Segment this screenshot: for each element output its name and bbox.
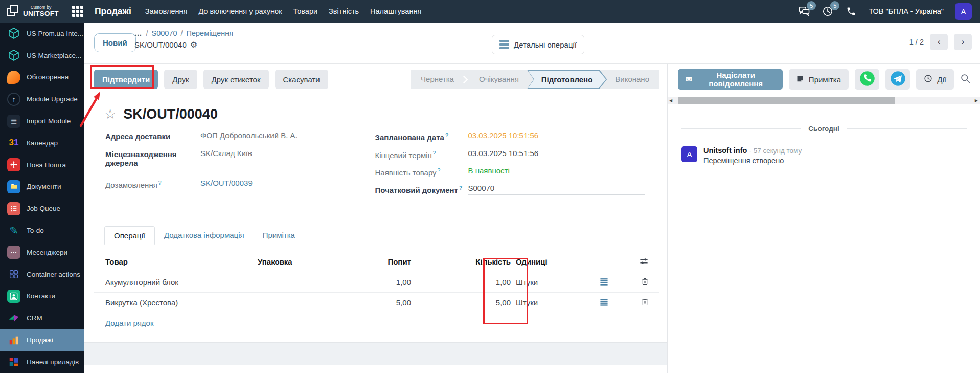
crm-icon xyxy=(7,312,20,325)
breadcrumb-link-order[interactable]: S00070 xyxy=(152,29,177,37)
cell-quantity[interactable]: 1,00 xyxy=(411,278,511,287)
whatsapp-button[interactable] xyxy=(855,69,879,90)
sidebar-item-label: Панелі приладів xyxy=(27,358,79,366)
field-delivery-address[interactable]: ФОП Добровольський В. А. xyxy=(200,131,349,142)
activities-icon[interactable]: 5 xyxy=(822,5,834,17)
add-row-link[interactable]: Додати рядок xyxy=(94,313,659,334)
form-toolbar: Підтвердити Друк Друк етикеток Скасувати… xyxy=(84,64,667,90)
nav-item-to-invoice[interactable]: До включення у рахунок xyxy=(198,7,282,15)
top-navbar: Custom by UNITSOFT Продажі Замовлення До… xyxy=(0,0,980,23)
sidebar-item-module-upgrade[interactable]: ↑ Module Upgrade xyxy=(0,88,84,110)
sidebar-item-discuss[interactable]: Обговорення xyxy=(0,67,84,89)
sidebar-item-documents[interactable]: Документи xyxy=(0,176,84,198)
new-button[interactable]: Новий xyxy=(94,33,136,52)
field-source-document[interactable]: S00070 xyxy=(468,184,645,195)
field-backorder-link[interactable]: SK/OUT/00039 xyxy=(200,179,349,189)
sidebar-item-container-actions[interactable]: Container actions xyxy=(0,264,84,286)
contacts-icon xyxy=(7,290,20,303)
sidebar-item-todo[interactable]: ✎ To-do xyxy=(0,220,84,242)
form-view: Підтвердити Друк Друк етикеток Скасувати… xyxy=(84,64,667,373)
sidebar-item-label: Документи xyxy=(27,183,61,190)
unitsoft-logo[interactable]: Custom by UNITSOFT xyxy=(7,5,59,18)
upgrade-icon: ↑ xyxy=(7,93,20,106)
cell-demand[interactable]: 5,00 xyxy=(345,298,411,307)
column-header-quantity: Кількість xyxy=(411,257,511,266)
status-step-waiting[interactable]: Очікування xyxy=(469,70,529,89)
messages-icon[interactable]: 5 xyxy=(798,5,810,17)
sidebar-item-label: Import Module xyxy=(27,117,71,125)
apps-menu-icon[interactable] xyxy=(72,6,83,17)
log-note-button[interactable]: Примітка xyxy=(789,69,849,90)
delete-row-icon[interactable] xyxy=(641,277,649,288)
print-button[interactable]: Друк xyxy=(164,70,197,89)
sidebar-item-us-promua[interactable]: US Prom.ua Inte... xyxy=(0,23,84,45)
logo-unitsoft: UNITSOFT xyxy=(23,10,59,17)
nav-item-orders[interactable]: Замовлення xyxy=(145,7,188,15)
confirm-button[interactable]: Підтвердити xyxy=(94,70,158,89)
field-label-source-location: Місцезнаходження джерела xyxy=(105,149,200,167)
field-label-source-document: Початковий документ? xyxy=(375,184,468,194)
cell-quantity[interactable]: 5,00 xyxy=(411,298,511,307)
sidebar-item-label: Container actions xyxy=(27,271,80,278)
field-scheduled-date[interactable]: 03.03.2025 10:51:56 xyxy=(468,131,645,142)
send-message-button[interactable]: ✉ Надіслати повідомлення xyxy=(678,69,783,90)
search-icon[interactable] xyxy=(960,73,971,86)
field-source-location[interactable]: SK/Склад Київ xyxy=(200,149,349,160)
breadcrumb-overflow[interactable]: … xyxy=(134,29,143,37)
scroll-right-icon[interactable]: ▶ xyxy=(975,97,978,104)
field-availability: В наявності xyxy=(468,166,645,177)
sidebar-item-dashboards[interactable]: Панелі приладів xyxy=(0,351,84,373)
sidebar-item-messengers[interactable]: ⋯ Месенджери xyxy=(0,242,84,264)
cell-product[interactable]: Акумуляторний блок xyxy=(94,278,258,287)
pager: 1 / 2 ‹ › xyxy=(909,34,972,50)
status-step-draft[interactable]: Чернетка xyxy=(411,70,464,89)
detailed-operations-button[interactable]: Детальні операції xyxy=(492,35,584,54)
horizontal-scrollbar[interactable]: ◀ ▶ xyxy=(668,97,980,104)
activities-actions-button[interactable]: Дії xyxy=(916,69,954,90)
favorite-star-icon[interactable]: ☆ xyxy=(104,107,116,121)
nav-item-products[interactable]: Товари xyxy=(293,7,318,15)
sidebar-item-crm[interactable]: CRM xyxy=(0,307,84,329)
detailed-operations-row-icon[interactable] xyxy=(600,278,608,287)
sidebar-item-job-queue[interactable]: Job Queue xyxy=(0,198,84,220)
chatter-toolbar: ✉ Надіслати повідомлення Примітка Дії xyxy=(668,64,980,90)
breadcrumb-link-transfer[interactable]: Переміщення xyxy=(187,29,234,37)
sidebar-item-import-module[interactable]: ≣ Import Module xyxy=(0,110,84,132)
app-sidebar: US Prom.ua Inte... US Marketplace... Обг… xyxy=(0,23,84,373)
nav-item-reporting[interactable]: Звітність xyxy=(329,7,359,15)
pager-prev-button[interactable]: ‹ xyxy=(930,34,948,50)
scroll-left-icon[interactable]: ◀ xyxy=(669,97,672,104)
tab-note[interactable]: Примітка xyxy=(254,226,304,245)
sidebar-item-contacts[interactable]: Контакти xyxy=(0,286,84,308)
nav-item-settings[interactable]: Налаштування xyxy=(370,7,421,15)
detailed-operations-row-icon[interactable] xyxy=(600,298,608,308)
status-step-done[interactable]: Виконано xyxy=(605,70,659,89)
sidebar-item-us-marketplace[interactable]: US Marketplace... xyxy=(0,45,84,67)
print-labels-button[interactable]: Друк етикеток xyxy=(203,70,269,89)
company-switcher[interactable]: ТОВ "БПЛА - Україна" xyxy=(869,7,944,15)
delete-row-icon[interactable] xyxy=(641,298,649,308)
discuss-icon xyxy=(7,71,20,84)
cell-product[interactable]: Викрутка (Хрестова) xyxy=(94,298,258,307)
sidebar-item-sales[interactable]: Продажі xyxy=(0,329,84,351)
message-avatar[interactable]: A xyxy=(681,146,697,162)
tab-operations[interactable]: Операції xyxy=(104,226,155,245)
cell-demand[interactable]: 1,00 xyxy=(345,278,411,287)
pager-next-button[interactable]: › xyxy=(954,34,972,50)
phone-icon[interactable] xyxy=(845,5,857,17)
sidebar-item-nova-poshta[interactable]: Нова Пошта xyxy=(0,154,84,176)
optional-columns-icon[interactable] xyxy=(639,256,649,268)
message-author[interactable]: Unitsoft info xyxy=(703,146,747,155)
sidebar-item-calendar[interactable]: 31 Календар xyxy=(0,132,84,154)
cell-uom[interactable]: Штуки xyxy=(511,278,587,287)
cell-uom[interactable]: Штуки xyxy=(511,298,587,307)
telegram-button[interactable] xyxy=(885,69,910,90)
nav-app-name[interactable]: Продажі xyxy=(95,6,131,17)
todo-icon: ✎ xyxy=(7,224,20,237)
scrollbar-thumb[interactable] xyxy=(678,97,895,104)
status-step-ready-active[interactable]: Підготовлено Підготовлено xyxy=(527,70,607,89)
gear-icon[interactable]: ⚙ xyxy=(190,40,197,50)
user-avatar[interactable]: A xyxy=(955,3,972,20)
tab-additional-info[interactable]: Додаткова інформація xyxy=(155,226,254,245)
cancel-button[interactable]: Скасувати xyxy=(275,70,328,89)
